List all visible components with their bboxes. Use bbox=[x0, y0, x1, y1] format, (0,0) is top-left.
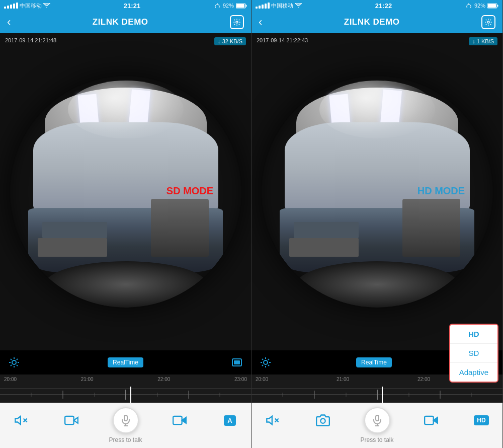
right-back-button[interactable]: ‹ bbox=[259, 16, 262, 29]
left-carrier: 中国移动 bbox=[20, 2, 42, 10]
right-tl-label-1: 20:00 bbox=[256, 377, 268, 382]
right-speed-badge: ↓ 1 KB/S bbox=[469, 37, 497, 45]
left-camera-view: 2017-09-14 21:21:48 ↓ 32 KB/S SD MODE bbox=[0, 33, 251, 350]
right-brightness-button[interactable] bbox=[260, 356, 272, 368]
right-mode-label: HD MODE bbox=[417, 185, 465, 197]
left-fullscreen-icon bbox=[231, 356, 243, 368]
svg-line-46 bbox=[262, 359, 263, 360]
right-signal-dot-5 bbox=[268, 3, 270, 9]
svg-point-0 bbox=[215, 5, 219, 8]
svg-marker-66 bbox=[434, 417, 438, 423]
right-mic-icon bbox=[371, 414, 383, 426]
right-mic-button[interactable] bbox=[364, 407, 390, 433]
left-quality-label: A bbox=[224, 415, 235, 426]
right-camera-icon bbox=[316, 413, 330, 427]
right-tl-label-2: 21:00 bbox=[337, 377, 349, 382]
right-status-right: 92% bbox=[465, 3, 498, 9]
left-floor bbox=[45, 261, 207, 308]
right-mute-icon bbox=[266, 413, 280, 427]
left-record-button[interactable] bbox=[171, 411, 189, 429]
right-signal-dot-4 bbox=[265, 4, 267, 9]
svg-rect-63 bbox=[376, 415, 379, 421]
svg-line-12 bbox=[17, 365, 18, 366]
right-battery-icon bbox=[487, 3, 498, 9]
left-status-left: 中国移动 bbox=[4, 2, 50, 10]
svg-point-40 bbox=[487, 21, 489, 23]
right-alarm-icon bbox=[465, 3, 472, 8]
left-tl-label-2: 21:00 bbox=[81, 377, 94, 382]
left-record-icon bbox=[173, 413, 187, 427]
right-timestamp: 2017-09-14 21:22:43 bbox=[257, 37, 308, 43]
left-status-bar: 中国移动 21:21 92% bbox=[0, 0, 251, 11]
right-timeline-ticks-svg bbox=[252, 387, 502, 403]
left-battery-pct: 92% bbox=[223, 3, 234, 9]
svg-marker-33 bbox=[182, 417, 186, 423]
svg-point-6 bbox=[12, 360, 16, 364]
right-realtime-badge[interactable]: RealTime bbox=[356, 357, 392, 367]
right-quality-option-sd[interactable]: SD bbox=[450, 344, 497, 363]
left-mic-icon bbox=[120, 414, 132, 426]
svg-point-35 bbox=[467, 5, 471, 8]
right-settings-button[interactable] bbox=[481, 15, 495, 29]
right-quality-dropdown[interactable]: HD SD Adaptive bbox=[449, 324, 498, 383]
left-gear-icon bbox=[233, 18, 241, 26]
right-mute-button[interactable] bbox=[264, 411, 282, 429]
right-quality-option-adaptive[interactable]: Adaptive bbox=[450, 363, 497, 382]
svg-rect-4 bbox=[236, 4, 244, 8]
left-equipment bbox=[151, 199, 209, 257]
svg-point-5 bbox=[236, 21, 238, 23]
left-tl-label-4: 23:00 bbox=[234, 377, 247, 382]
right-nav-title: ZILNK DEMO bbox=[344, 17, 400, 27]
right-shelf-detail2 bbox=[294, 222, 359, 238]
right-floor bbox=[296, 261, 458, 308]
signal-dot-3 bbox=[10, 5, 12, 9]
left-shelf-detail2 bbox=[42, 222, 107, 238]
svg-rect-38 bbox=[497, 5, 498, 7]
right-time: 21:22 bbox=[375, 2, 392, 10]
left-realtime-badge[interactable]: RealTime bbox=[108, 357, 143, 367]
left-shelf-detail1 bbox=[38, 238, 107, 257]
right-signal-dot-1 bbox=[256, 7, 258, 9]
right-record-button[interactable] bbox=[422, 411, 440, 429]
svg-line-14 bbox=[17, 359, 18, 360]
left-brightness-icon bbox=[8, 356, 20, 368]
left-time: 21:21 bbox=[124, 2, 140, 10]
left-action-bar: A Press to talk bbox=[0, 403, 251, 448]
right-quality-option-hd[interactable]: HD bbox=[450, 325, 497, 344]
left-timeline-track: 20:00 21:00 22:00 23:00 bbox=[0, 375, 251, 403]
right-camera-view: 2017-09-14 21:22:43 ↓ 1 KB/S HD MODE bbox=[252, 33, 502, 350]
left-brightness-button[interactable] bbox=[8, 356, 20, 368]
right-brightness-icon bbox=[260, 356, 272, 368]
left-mic-button[interactable] bbox=[113, 407, 139, 433]
right-shelf-detail1 bbox=[289, 238, 359, 257]
left-settings-button[interactable] bbox=[230, 15, 244, 29]
left-mode-label: SD MODE bbox=[166, 185, 213, 197]
right-phone-panel: 中国移动 21:22 92% ‹ ZILNK DEMO bbox=[252, 0, 503, 448]
svg-line-47 bbox=[268, 365, 269, 366]
svg-rect-3 bbox=[246, 5, 247, 7]
left-fullscreen-button[interactable] bbox=[231, 356, 243, 368]
right-snapshot-button[interactable] bbox=[314, 411, 332, 429]
wifi-icon bbox=[43, 3, 50, 8]
signal-dot-4 bbox=[13, 4, 15, 9]
left-timeline[interactable]: 20:00 21:00 22:00 23:00 bbox=[0, 375, 251, 403]
right-action-icons-row: HD bbox=[252, 407, 502, 433]
left-mute-button[interactable] bbox=[12, 411, 30, 429]
left-speed-badge: ↓ 32 KB/S bbox=[214, 37, 246, 45]
right-quality-button[interactable]: HD bbox=[472, 411, 490, 429]
svg-line-49 bbox=[268, 359, 269, 360]
left-specular bbox=[68, 81, 184, 138]
signal-dot-2 bbox=[7, 6, 9, 9]
right-record-icon bbox=[424, 413, 438, 427]
left-timeline-labels: 20:00 21:00 22:00 23:00 bbox=[0, 377, 251, 382]
svg-rect-34 bbox=[173, 416, 182, 424]
left-signal-dots bbox=[4, 3, 18, 9]
svg-point-62 bbox=[320, 419, 325, 423]
svg-rect-30 bbox=[124, 415, 127, 421]
svg-rect-29 bbox=[65, 416, 74, 424]
left-camera-button[interactable] bbox=[62, 411, 80, 429]
left-back-button[interactable]: ‹ bbox=[7, 16, 11, 29]
left-quality-button[interactable]: A bbox=[221, 411, 239, 429]
right-wifi-icon bbox=[295, 3, 302, 8]
right-status-left: 中国移动 bbox=[256, 2, 302, 10]
